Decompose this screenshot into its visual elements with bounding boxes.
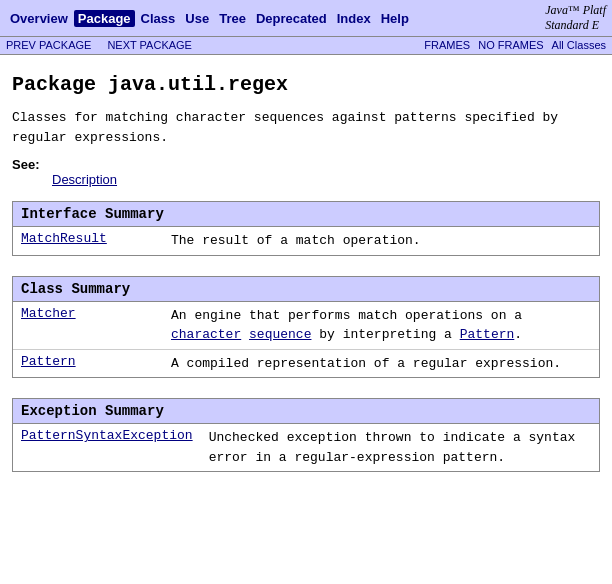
nav-use[interactable]: Use: [181, 10, 213, 27]
interface-summary-table: MatchResult The result of a match operat…: [13, 227, 599, 255]
table-row: MatchResult The result of a match operat…: [13, 227, 599, 255]
interface-summary-section: Interface Summary MatchResult The result…: [12, 201, 600, 256]
brand-line2: Standard E: [545, 18, 599, 32]
matcher-desc-period: .: [514, 327, 522, 342]
all-classes-link[interactable]: All Classes: [552, 39, 606, 51]
sub-nav-bar: PREV PACKAGE NEXT PACKAGE FRAMES NO FRAM…: [0, 37, 612, 55]
nav-help[interactable]: Help: [377, 10, 413, 27]
table-row: PatternSyntaxException Unchecked excepti…: [13, 424, 599, 471]
matcher-link[interactable]: Matcher: [13, 302, 163, 350]
matchresult-desc: The result of a match operation.: [163, 227, 599, 255]
see-also-label: See:: [12, 157, 39, 172]
table-row: Matcher An engine that performs match op…: [13, 302, 599, 350]
matcher-desc-text1: An engine that performs match operations…: [171, 308, 522, 323]
character-link[interactable]: character: [171, 327, 241, 342]
next-package-link[interactable]: NEXT PACKAGE: [107, 39, 192, 51]
brand-line1: Java™ Platf: [545, 3, 606, 17]
nav-package[interactable]: Package: [74, 10, 135, 27]
package-description: Classes for matching character sequences…: [12, 108, 600, 147]
interface-summary-header: Interface Summary: [13, 202, 599, 227]
class-summary-header: Class Summary: [13, 277, 599, 302]
nav-tree[interactable]: Tree: [215, 10, 250, 27]
pattern-desc: A compiled representation of a regular e…: [163, 349, 599, 377]
description-line2: regular expressions.: [12, 130, 168, 145]
class-summary-table: Matcher An engine that performs match op…: [13, 302, 599, 378]
nav-bar: Overview Package Class Use Tree Deprecat…: [0, 0, 612, 37]
class-summary-section: Class Summary Matcher An engine that per…: [12, 276, 600, 379]
sub-nav-right: FRAMES NO FRAMES All Classes: [424, 39, 606, 51]
nav-index[interactable]: Index: [333, 10, 375, 27]
exception-summary-header: Exception Summary: [13, 399, 599, 424]
nav-class[interactable]: Class: [137, 10, 180, 27]
pattern-link[interactable]: Pattern: [13, 349, 163, 377]
nav-overview[interactable]: Overview: [6, 10, 72, 27]
sequence-link[interactable]: sequence: [249, 327, 311, 342]
nav-right-brand: Java™ Platf Standard E: [545, 3, 606, 33]
pattern-link[interactable]: Pattern: [460, 327, 515, 342]
patternsyntaxexception-desc: Unchecked exception thrown to indicate a…: [201, 424, 599, 471]
exception-summary-table: PatternSyntaxException Unchecked excepti…: [13, 424, 599, 471]
description-line1: Classes for matching character sequences…: [12, 110, 558, 125]
prev-package-link[interactable]: PREV PACKAGE: [6, 39, 91, 51]
matcher-desc-text2: by interpreting a: [311, 327, 459, 342]
package-title: Package java.util.regex: [12, 73, 600, 96]
exception-summary-section: Exception Summary PatternSyntaxException…: [12, 398, 600, 472]
nav-deprecated[interactable]: Deprecated: [252, 10, 331, 27]
description-link[interactable]: Description: [52, 172, 117, 187]
no-frames-link[interactable]: NO FRAMES: [478, 39, 543, 51]
frames-link[interactable]: FRAMES: [424, 39, 470, 51]
matchresult-link[interactable]: MatchResult: [13, 227, 163, 255]
matcher-desc: An engine that performs match operations…: [163, 302, 599, 350]
patternsyntaxexception-link[interactable]: PatternSyntaxException: [13, 424, 201, 471]
table-row: Pattern A compiled representation of a r…: [13, 349, 599, 377]
main-content: Package java.util.regex Classes for matc…: [0, 55, 612, 480]
matcher-desc-space: [241, 327, 249, 342]
